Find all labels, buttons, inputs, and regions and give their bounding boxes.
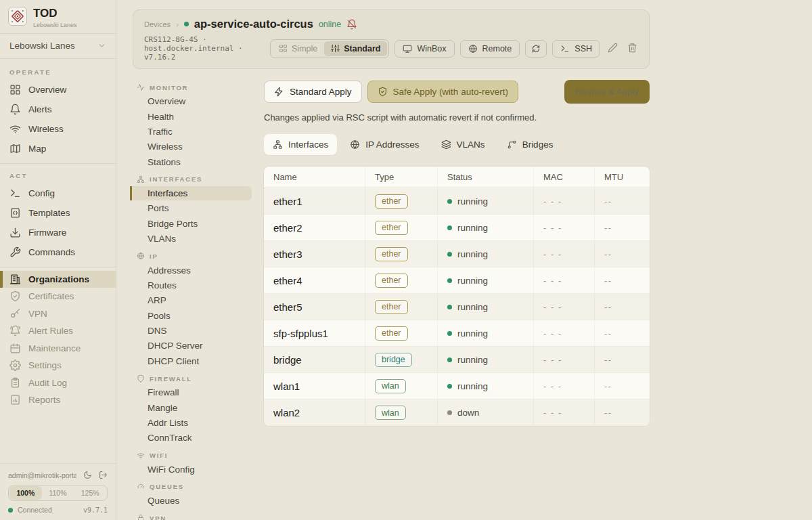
device-nav-section-header: FIREWALL: [116, 369, 264, 385]
table-row-ether2[interactable]: ether2etherrunning- - ---: [264, 215, 650, 241]
cell-mtu: --: [594, 241, 650, 267]
cell-name: ether3: [264, 241, 365, 267]
sidebar-item-config[interactable]: Config: [0, 183, 116, 203]
status-indicator: running: [447, 223, 488, 233]
shield-check-icon: [9, 290, 21, 302]
device-nav-item-firewall[interactable]: Firewall: [130, 385, 252, 399]
view-mode-standard[interactable]: Standard: [324, 41, 387, 56]
sidebar-item-commands[interactable]: Commands: [0, 242, 116, 262]
wifi-icon: [9, 123, 21, 135]
cell-mtu: --: [594, 347, 650, 372]
device-nav-item-stations[interactable]: Stations: [130, 155, 252, 169]
device-nav-section-header: QUEUES: [116, 477, 264, 494]
table-row-ether3[interactable]: ether3etherrunning- - ---: [264, 241, 650, 267]
sidebar-item-wireless[interactable]: Wireless: [0, 119, 116, 139]
device-nav-item-addresses[interactable]: Addresses: [130, 263, 252, 277]
ui-zoom-110[interactable]: 110%: [42, 486, 74, 500]
sidebar-group: ACTConfigTemplatesFirmwareCommands: [0, 163, 116, 267]
apply-caption: Changes applied via RSC script with auto…: [264, 112, 650, 123]
type-badge: ether: [375, 194, 408, 209]
sidebar-item-alert-rules[interactable]: Alert Rules: [0, 322, 116, 340]
device-nav-item-mangle[interactable]: Mangle: [130, 400, 252, 414]
table-row-wlan2[interactable]: wlan2wlandown- - ---: [264, 399, 650, 426]
device-nav-item-routes[interactable]: Routes: [130, 278, 252, 292]
notifications-muted-icon[interactable]: [346, 19, 357, 30]
ui-zoom-100[interactable]: 100%: [9, 486, 42, 500]
device-nav-item-wifi-config[interactable]: WiFi Config: [130, 462, 252, 477]
sidebar-item-overview[interactable]: Overview: [0, 80, 116, 100]
sidebar-item-organizations[interactable]: Organizations: [0, 271, 116, 288]
cell-status: running: [437, 188, 533, 214]
table-row-ether1[interactable]: ether1etherrunning- - ---: [264, 188, 650, 215]
sidebar-item-settings[interactable]: Settings: [0, 357, 116, 374]
device-meta: CRS112-8G-4S · host.docker.internal · v7…: [144, 35, 270, 62]
device-nav-item-bridge-ports[interactable]: Bridge Ports: [130, 217, 252, 231]
device-nav-item-overview[interactable]: Overview: [130, 94, 252, 108]
table-row-ether5[interactable]: ether5etherrunning- - ---: [264, 294, 650, 320]
safe-apply-button[interactable]: Safe Apply (with auto-revert): [367, 81, 518, 103]
tab-ip-addresses[interactable]: IP Addresses: [341, 134, 428, 155]
device-nav-item-vlans[interactable]: VLANs: [130, 232, 252, 246]
sidebar-item-maintenance[interactable]: Maintenance: [0, 340, 116, 358]
ssh-button[interactable]: SSH: [552, 40, 600, 58]
edit-button[interactable]: [606, 41, 620, 57]
ui-zoom-125[interactable]: 125%: [74, 486, 106, 500]
device-nav-item-dns[interactable]: DNS: [130, 324, 252, 338]
table-row-ether4[interactable]: ether4etherrunning- - ---: [264, 267, 650, 294]
device-nav-item-conntrack[interactable]: ConnTrack: [130, 431, 252, 445]
ui-zoom-control: 100%110%125%: [8, 485, 108, 501]
sidebar-item-map[interactable]: Map: [0, 139, 116, 158]
review-apply-button[interactable]: Review & Apply: [564, 80, 650, 104]
device-nav-item-dhcp-client[interactable]: DHCP Client: [130, 354, 252, 368]
table-row-wlan1[interactable]: wlan1wlanrunning- - ---: [264, 373, 650, 399]
theme-moon-icon[interactable]: [83, 471, 92, 479]
winbox-button[interactable]: WinBox: [394, 40, 454, 58]
sidebar-item-templates[interactable]: Templates: [0, 203, 116, 223]
device-nav-item-interfaces[interactable]: Interfaces: [130, 186, 252, 200]
device-nav-section-header: WIFI: [116, 446, 264, 462]
terminal-icon: [9, 188, 21, 199]
view-mode-simple[interactable]: Simple: [272, 41, 324, 56]
sidebar-item-vpn[interactable]: VPN: [0, 305, 116, 323]
remote-button[interactable]: Remote: [460, 40, 520, 58]
org-selector[interactable]: Lebowski Lanes: [0, 33, 116, 59]
device-nav-item-arp[interactable]: ARP: [130, 293, 252, 307]
device-nav-item-ports[interactable]: Ports: [130, 201, 252, 215]
tab-interfaces[interactable]: Interfaces: [264, 134, 337, 155]
sidebar-item-certificates[interactable]: Certificates: [0, 288, 116, 305]
cell-name: bridge: [264, 347, 365, 372]
cell-mac: - - -: [533, 215, 594, 240]
cell-mtu: --: [594, 267, 650, 293]
status-dot: [447, 410, 452, 415]
device-nav-item-wireless[interactable]: Wireless: [130, 139, 252, 154]
sidebar-item-alerts[interactable]: Alerts: [0, 100, 116, 119]
device-nav-item-addr-lists[interactable]: Addr Lists: [130, 416, 252, 430]
device-nav-item-dhcp-server[interactable]: DHCP Server: [130, 339, 252, 353]
sidebar-item-audit-log[interactable]: Audit Log: [0, 374, 116, 392]
cell-name: sfp-sfpplus1: [264, 320, 365, 346]
hierarchy-icon: [273, 139, 283, 150]
logout-icon[interactable]: [99, 471, 108, 479]
cell-mtu: --: [594, 373, 650, 399]
cell-mac: - - -: [533, 373, 594, 399]
device-nav-section-interfaces: INTERFACESInterfacesPortsBridge PortsVLA…: [116, 170, 264, 246]
tab-bridges[interactable]: Bridges: [498, 134, 562, 155]
table-row-bridge[interactable]: bridgebridgerunning- - ---: [264, 347, 650, 373]
app-logo: [8, 7, 27, 26]
breadcrumb[interactable]: Devices: [144, 20, 171, 28]
device-nav-section-label: MONITOR: [150, 84, 188, 91]
device-nav-item-traffic[interactable]: Traffic: [130, 125, 252, 139]
sidebar-item-reports[interactable]: Reports: [0, 391, 116, 409]
standard-apply-button[interactable]: Standard Apply: [264, 81, 362, 103]
cell-mtu: --: [594, 294, 650, 320]
device-nav-item-health[interactable]: Health: [130, 109, 252, 123]
grid-icon: [9, 84, 21, 95]
refresh-button[interactable]: [525, 40, 547, 58]
table-row-sfp-sfpplus1[interactable]: sfp-sfpplus1etherrunning- - ---: [264, 320, 650, 347]
device-nav-item-pools[interactable]: Pools: [130, 309, 252, 323]
sidebar-item-firmware[interactable]: Firmware: [0, 223, 116, 242]
delete-button[interactable]: [625, 41, 639, 57]
device-nav-item-queues[interactable]: Queues: [130, 494, 252, 508]
cell-mac: - - -: [533, 347, 594, 372]
tab-vlans[interactable]: VLANs: [432, 134, 494, 155]
